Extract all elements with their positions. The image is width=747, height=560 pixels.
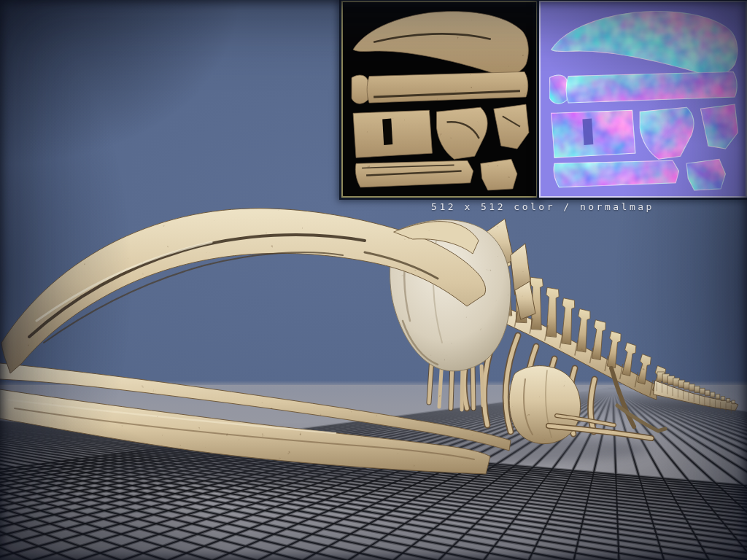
model-viewport[interactable]: 512 x 512 color / normalmap [0, 0, 747, 560]
color-texture-inset [341, 1, 538, 198]
normal-map-inset [539, 1, 747, 198]
texture-caption: 512 x 512 color / normalmap [341, 201, 744, 212]
scapula [509, 366, 580, 444]
color-texture-image [344, 4, 535, 195]
normal-map-image [542, 4, 744, 195]
